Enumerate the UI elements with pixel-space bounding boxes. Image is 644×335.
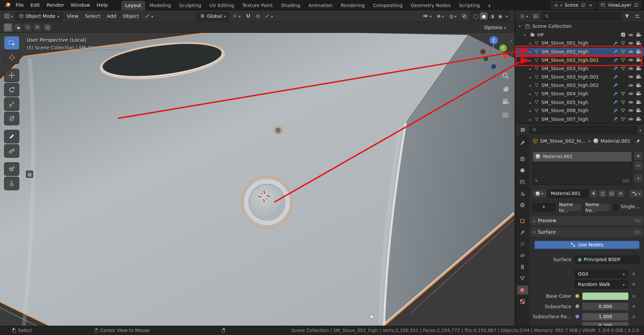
- 3d-viewport[interactable]: User Perspective (Local) (5) Scene Colle…: [0, 33, 514, 326]
- disable-render-camera-icon[interactable]: [635, 91, 642, 97]
- subsurface-radius-y-slider[interactable]: 0.200: [582, 322, 629, 326]
- 3d-viewport-canvas[interactable]: [0, 33, 514, 326]
- outliner-editor-dropdown[interactable]: [518, 12, 530, 20]
- subsurface-radius-decorator-dot[interactable]: [632, 315, 636, 319]
- outliner-object-row[interactable]: SM_Stove_005_high: [515, 98, 644, 106]
- proportional-editing-toggle[interactable]: ⊙: [254, 12, 261, 20]
- outliner-collection-row[interactable]: ▾ HP: [515, 31, 644, 39]
- mesh-data-icon[interactable]: [620, 99, 627, 106]
- base-color-decorator-dot[interactable]: [632, 295, 636, 298]
- shading-nodes-dropdown[interactable]: [629, 189, 643, 197]
- shading-rendered-button[interactable]: ◉: [496, 12, 504, 20]
- hide-eye-icon[interactable]: [628, 57, 634, 63]
- mesh-data-icon[interactable]: [620, 116, 627, 123]
- subsurface-anim-dot-icon[interactable]: [576, 304, 579, 308]
- object-name-label[interactable]: SM_Stove_003_high: [541, 66, 588, 71]
- workspace-tab-shading[interactable]: Shading: [277, 1, 304, 10]
- surface-shader-field[interactable]: Principled BSDF: [575, 255, 639, 264]
- modifier-wrench-icon[interactable]: [612, 57, 619, 63]
- select-mode-set-button[interactable]: [4, 23, 12, 31]
- scene-name[interactable]: Scene: [564, 2, 579, 8]
- outliner-object-row[interactable]: SM_Stove_003_high.002: [515, 81, 644, 90]
- use-nodes-button[interactable]: Use Nodes: [534, 241, 639, 249]
- tab-object[interactable]: [517, 217, 528, 226]
- orthographic-toggle-icon[interactable]: [501, 110, 510, 120]
- gizmos-dropdown[interactable]: ⊕: [435, 12, 446, 20]
- unlink-scene-icon[interactable]: [588, 2, 593, 8]
- tab-world[interactable]: [517, 200, 528, 209]
- zoom-icon[interactable]: [501, 71, 510, 81]
- rotate-tool[interactable]: [4, 83, 19, 96]
- disable-render-camera-icon[interactable]: [635, 99, 642, 106]
- measure-tool[interactable]: [4, 144, 19, 158]
- outliner-object-row[interactable]: SM_Stove_001_high: [515, 39, 644, 47]
- name-pattern-value[interactable]: *: [543, 204, 545, 210]
- hide-eye-icon[interactable]: [628, 99, 634, 106]
- preview-panel-grip[interactable]: [634, 219, 641, 223]
- workspace-tab-animation[interactable]: Animation: [304, 1, 337, 10]
- hide-eye-icon[interactable]: [628, 116, 634, 123]
- subsurface-method-dropdown[interactable]: Random Walk: [575, 280, 628, 288]
- select-box-tool[interactable]: [4, 36, 19, 50]
- distribution-decorator-dot[interactable]: [632, 272, 636, 276]
- slot-list-resize-grip[interactable]: [623, 179, 629, 183]
- select-mode-intersect-button[interactable]: [43, 23, 52, 31]
- modifier-wrench-icon[interactable]: [612, 65, 619, 72]
- modifier-wrench-icon[interactable]: [612, 107, 619, 114]
- disclosure-triangle-icon[interactable]: [530, 40, 535, 46]
- remove-material-slot-button[interactable]: [634, 161, 643, 170]
- disclosure-triangle-icon[interactable]: [530, 99, 535, 105]
- base-color-swatch[interactable]: [582, 292, 629, 300]
- object-name-label[interactable]: SM_Stove_007_high: [541, 116, 588, 122]
- name-from-button[interactable]: Name fro...: [585, 203, 610, 211]
- snap-target-dropdown[interactable]: [231, 12, 242, 20]
- transform-tool[interactable]: [4, 112, 19, 125]
- outliner-object-row[interactable]: SM_Stove_002_high.001: [515, 56, 644, 64]
- object-name-label[interactable]: SM_Stove_002_high: [541, 49, 588, 54]
- object-name-label[interactable]: SM_Stove_004_high: [541, 91, 588, 97]
- distribution-dropdown[interactable]: GGX: [575, 270, 628, 278]
- subsurface-radius-x-slider[interactable]: 1.000: [582, 313, 629, 321]
- tab-particles[interactable]: [517, 240, 528, 249]
- workspace-tab-compositing[interactable]: Compositing: [369, 1, 407, 10]
- disable-render-camera-icon[interactable]: [635, 65, 642, 72]
- outliner-search-input[interactable]: [551, 13, 618, 19]
- material-slot-name[interactable]: Material.001: [543, 154, 573, 159]
- cursor-tool[interactable]: [4, 51, 19, 64]
- workspace-tab-texture-paint[interactable]: Texture Paint: [238, 1, 277, 10]
- disclosure-triangle-icon[interactable]: [530, 74, 535, 80]
- surface-panel-grip[interactable]: [634, 230, 641, 234]
- workspace-tab-uv-editing[interactable]: UV Editing: [205, 1, 238, 10]
- modifier-wrench-icon[interactable]: [612, 48, 619, 55]
- xray-toggle[interactable]: [460, 12, 469, 19]
- mesh-data-icon[interactable]: [620, 48, 627, 55]
- single-checkbox[interactable]: [613, 205, 618, 210]
- menu-edit[interactable]: Edit: [27, 1, 43, 9]
- surface-panel-header[interactable]: ▾ Surface: [531, 228, 644, 237]
- hide-eye-icon[interactable]: [628, 32, 634, 38]
- object-name-label[interactable]: SM_Stove_001_high: [541, 40, 588, 46]
- breadcrumb-material-name[interactable]: Material.001: [601, 138, 631, 144]
- scene-selector[interactable]: Scene: [551, 1, 595, 9]
- properties-options-chevron-icon[interactable]: [639, 127, 641, 133]
- outliner-object-row[interactable]: SM_Stove_003_high.001: [515, 73, 644, 81]
- browse-scene-icon[interactable]: [553, 2, 559, 8]
- disclosure-open-icon[interactable]: ▾: [519, 25, 524, 29]
- tab-constraints[interactable]: [517, 262, 528, 272]
- material-slot-row[interactable]: Material.001: [533, 152, 632, 161]
- workspace-tab-geometry-nodes[interactable]: Geometry Nodes: [407, 1, 455, 10]
- disable-render-camera-icon[interactable]: [635, 107, 642, 114]
- collection-name-label[interactable]: HP: [537, 32, 544, 38]
- disable-render-camera-icon[interactable]: [635, 57, 642, 63]
- outliner-object-row[interactable]: SM_Stove_006_high: [515, 106, 644, 115]
- breadcrumb-object-name[interactable]: SM_Stove_002_hi...: [540, 138, 585, 144]
- viewlayer-name[interactable]: ViewLayer: [607, 2, 632, 8]
- collection-checkbox-icon[interactable]: [620, 32, 627, 38]
- disable-render-camera-icon[interactable]: [635, 32, 642, 38]
- properties-editor-icon[interactable]: [518, 126, 527, 133]
- disclosure-triangle-icon[interactable]: [530, 91, 535, 97]
- new-material-copy-button[interactable]: [607, 189, 615, 197]
- new-scene-icon[interactable]: [581, 2, 586, 8]
- scale-tool[interactable]: [4, 97, 19, 111]
- mesh-data-icon[interactable]: [620, 40, 627, 47]
